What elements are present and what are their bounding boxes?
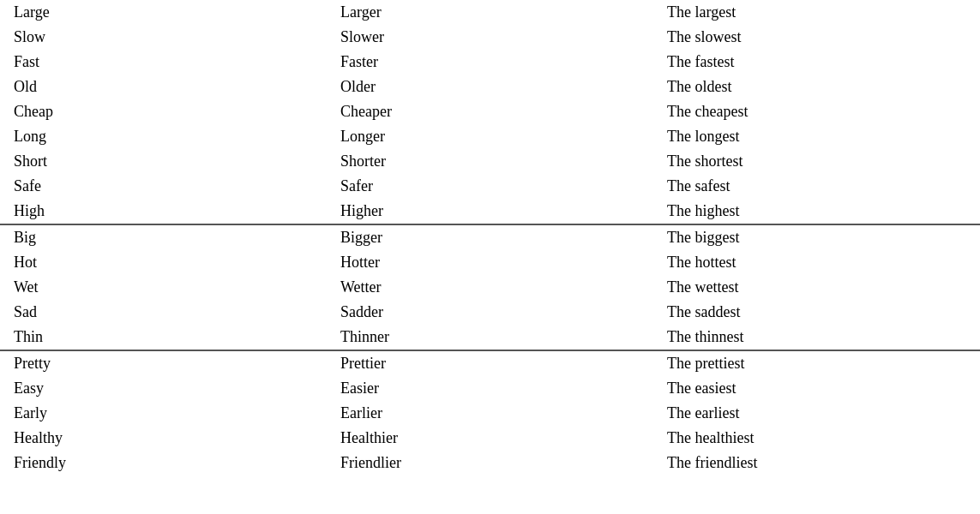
superlative-form: The biggest	[653, 224, 980, 250]
table-row: SlowSlowerThe slowest	[0, 25, 980, 50]
comparative-form: Safer	[327, 174, 653, 199]
base-form: Pretty	[0, 350, 327, 376]
superlative-form: The longest	[653, 124, 980, 149]
base-form: Fast	[0, 50, 327, 75]
table-row: WetWetterThe wettest	[0, 275, 980, 300]
superlative-form: The shortest	[653, 149, 980, 174]
comparative-form: Cheaper	[327, 99, 653, 124]
table-row: SafeSaferThe safest	[0, 174, 980, 199]
table-row: LongLongerThe longest	[0, 124, 980, 149]
superlative-form: The largest	[653, 0, 980, 25]
comparative-form: Bigger	[327, 224, 653, 250]
table-row: ThinThinnerThe thinnest	[0, 325, 980, 350]
comparative-form: Slower	[327, 25, 653, 50]
base-form: High	[0, 199, 327, 224]
superlative-form: The healthiest	[653, 426, 980, 451]
comparative-form: Larger	[327, 0, 653, 25]
superlative-form: The prettiest	[653, 350, 980, 376]
comparative-form: Prettier	[327, 350, 653, 376]
base-form: Safe	[0, 174, 327, 199]
comparative-form: Easier	[327, 376, 653, 401]
main-container: LargeLargerThe largestSlowSlowerThe slow…	[0, 0, 980, 514]
comparative-form: Healthier	[327, 426, 653, 451]
table-row: SadSadderThe saddest	[0, 300, 980, 325]
comparative-form: Hotter	[327, 250, 653, 275]
comparative-form: Wetter	[327, 275, 653, 300]
superlative-form: The highest	[653, 199, 980, 224]
base-form: Short	[0, 149, 327, 174]
comparative-form: Faster	[327, 50, 653, 75]
table-row: CheapCheaperThe cheapest	[0, 99, 980, 124]
base-form: Old	[0, 75, 327, 99]
superlative-form: The safest	[653, 174, 980, 199]
comparative-form: Higher	[327, 199, 653, 224]
superlative-form: The saddest	[653, 300, 980, 325]
table-row: EasyEasierThe easiest	[0, 376, 980, 401]
comparative-form: Older	[327, 75, 653, 99]
comparative-form: Shorter	[327, 149, 653, 174]
table-row: HealthyHealthierThe healthiest	[0, 426, 980, 451]
comparative-form: Earlier	[327, 401, 653, 426]
superlative-form: The hottest	[653, 250, 980, 275]
base-form: Slow	[0, 25, 327, 50]
table-row: FriendlyFriendlierThe friendliest	[0, 451, 980, 475]
superlative-form: The wettest	[653, 275, 980, 300]
table-row: ShortShorterThe shortest	[0, 149, 980, 174]
superlative-form: The fastest	[653, 50, 980, 75]
comparative-form: Thinner	[327, 325, 653, 350]
comparative-form: Longer	[327, 124, 653, 149]
base-form: Easy	[0, 376, 327, 401]
table-row: EarlyEarlierThe earliest	[0, 401, 980, 426]
base-form: Thin	[0, 325, 327, 350]
table-row: BigBiggerThe biggest	[0, 224, 980, 250]
base-form: Friendly	[0, 451, 327, 475]
superlative-form: The oldest	[653, 75, 980, 99]
superlative-form: The easiest	[653, 376, 980, 401]
table-row: HotHotterThe hottest	[0, 250, 980, 275]
base-form: Cheap	[0, 99, 327, 124]
adjectives-table: LargeLargerThe largestSlowSlowerThe slow…	[0, 0, 980, 475]
superlative-form: The friendliest	[653, 451, 980, 475]
table-row: OldOlderThe oldest	[0, 75, 980, 99]
base-form: Large	[0, 0, 327, 25]
base-form: Hot	[0, 250, 327, 275]
table-row: HighHigherThe highest	[0, 199, 980, 224]
table-row: PrettyPrettierThe prettiest	[0, 350, 980, 376]
table-row: LargeLargerThe largest	[0, 0, 980, 25]
base-form: Big	[0, 224, 327, 250]
superlative-form: The cheapest	[653, 99, 980, 124]
superlative-form: The slowest	[653, 25, 980, 50]
base-form: Long	[0, 124, 327, 149]
base-form: Healthy	[0, 426, 327, 451]
superlative-form: The thinnest	[653, 325, 980, 350]
comparative-form: Sadder	[327, 300, 653, 325]
comparative-form: Friendlier	[327, 451, 653, 475]
superlative-form: The earliest	[653, 401, 980, 426]
base-form: Wet	[0, 275, 327, 300]
base-form: Early	[0, 401, 327, 426]
base-form: Sad	[0, 300, 327, 325]
table-row: FastFasterThe fastest	[0, 50, 980, 75]
